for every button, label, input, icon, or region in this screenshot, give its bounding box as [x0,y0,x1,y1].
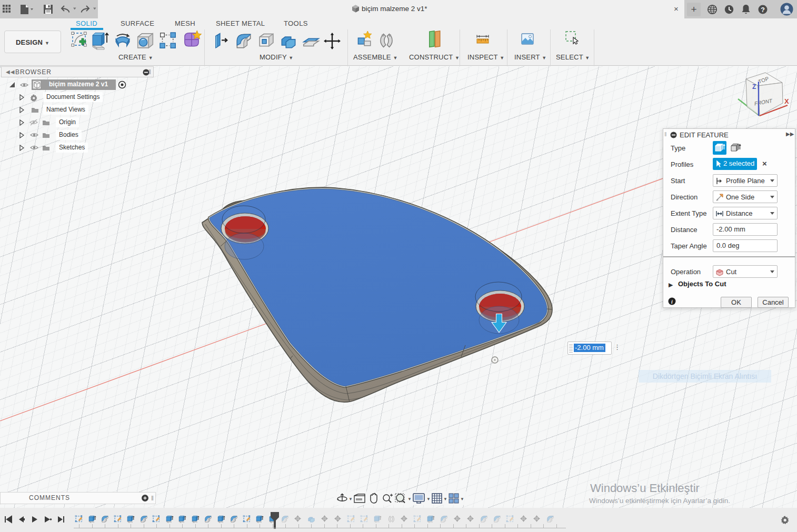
svg-text:i: i [671,299,673,305]
svg-text:Z: Z [752,83,756,91]
svg-text:?: ? [761,6,765,14]
svg-text:X: X [784,97,789,105]
